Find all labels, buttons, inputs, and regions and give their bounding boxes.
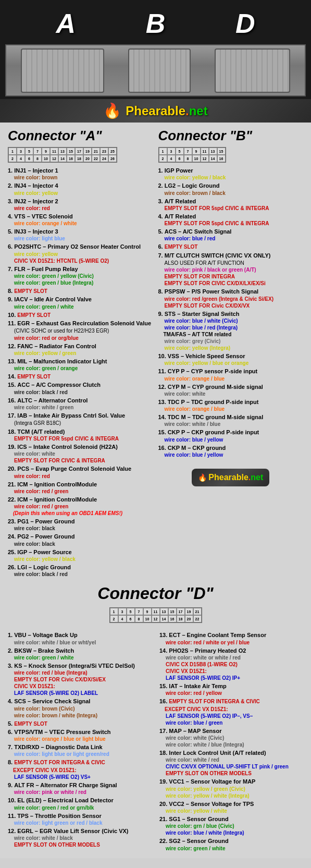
- pin-row-d-even: 2 4 6 8 10 12 14 16 18 20 22: [110, 615, 202, 622]
- list-item: 1. IGP Power wire color: yellow / black: [158, 167, 304, 181]
- connector-d-left: 1. VBU – Voltage Back Up wire color: whi…: [8, 631, 152, 852]
- list-item: 13. TDC P – TDC ground P-side input wire…: [158, 398, 304, 412]
- connector-d-section: Connector "D" 1 3 5 7 9 11 13 15 17 19 2…: [8, 584, 303, 852]
- connector-d-cols: 1. VBU – Voltage Back Up wire color: whi…: [8, 631, 303, 852]
- list-item: 1. VBU – Voltage Back Up wire color: whi…: [8, 631, 152, 645]
- list-item: 16. CKP M – CKP ground wire color: blue …: [158, 444, 304, 458]
- list-item: 13. MIL – Malfunction Indicator Light wi…: [8, 358, 153, 372]
- list-item: 13. ECT – Engine Coolant Temp Sensor wir…: [159, 631, 303, 645]
- logo-bar: 🔥 Phearable.net: [0, 99, 311, 123]
- connector-a-section: Connector "A" 1 3 5 7 9 11 13 15 17 19 2…: [8, 128, 153, 579]
- list-item: 12. CYP M – CYP ground M-side signal wir…: [158, 383, 304, 397]
- list-item: 4. A/T Related EMPTY SLOT FOR 5spd CIVIC…: [158, 213, 304, 227]
- list-item: 11. TPS – Throttle Position Sensor wire …: [8, 812, 152, 826]
- list-item: 1. INJ1 – Injector 1 wire color: brown: [8, 167, 153, 181]
- list-item: 21. SG1 – Sensor Ground wire color: grn …: [159, 815, 303, 836]
- list-item: 8. EMPTY SLOT: [8, 287, 153, 295]
- list-item: 15. IAT – Intake Air Temp wire color: re…: [159, 682, 303, 696]
- list-item: 14. TDC M – TDC ground M-side signal wir…: [158, 413, 304, 427]
- list-item: 3. A/T Related EMPTY SLOT FOR 5spd CIVIC…: [158, 198, 304, 212]
- connector-block-a: [21, 48, 104, 93]
- list-item: 11. CYP P – CYP sensor P-side input wire…: [158, 368, 304, 382]
- list-item: 17. IAB – Intake Air Bypass Cntrl Sol. V…: [8, 412, 153, 427]
- connector-b-section: Connector "B" 1 3 5 7 9 11 13 15 2 4 6 8: [158, 128, 304, 579]
- list-item: 10. EMPTY SLOT: [8, 311, 153, 319]
- list-item: 21. ICM – Ignition ControlModule wire co…: [8, 481, 153, 495]
- connector-d-right: 13. ECT – Engine Coolant Temp Sensor wir…: [159, 631, 303, 852]
- list-item: 9. IACV – Idle Air Control Valve wire co…: [8, 296, 153, 310]
- list-item: 11. EGR – Exhaust Gas Recirculation Sole…: [8, 320, 153, 341]
- list-item: 14. EMPTY SLOT: [8, 373, 153, 380]
- label-d: D: [235, 8, 255, 39]
- connector-b-title: Connector "B": [158, 128, 304, 144]
- list-item: 18. Inter Lock Control Unit (A/T related…: [159, 749, 303, 777]
- list-item: 5. INJ3 – Injector 3 wire color: light b…: [8, 228, 153, 242]
- list-item: 10. EL (ELD) – Electrical Load Detector …: [8, 797, 152, 811]
- connector-b-list: 1. IGP Power wire color: yellow / black …: [158, 167, 304, 458]
- list-item: 17. MAP – MAP Sensor wire color: white (…: [159, 727, 303, 748]
- connector-a-pins: 1 3 5 7 9 11 13 15 17 19 21 23 25 2 4: [8, 147, 117, 163]
- list-item: 12. FANC – Radiator Fan Control wire col…: [8, 343, 153, 357]
- list-item: 16. ALTC – Alternator Control wire color…: [8, 397, 153, 411]
- pin-row-a-odd: 1 3 5 7 9 11 13 15 17 19 21 23 25: [8, 148, 117, 155]
- list-item: 6. EMPTY SLOT: [158, 243, 304, 250]
- list-item: 15. CKP P – CKP ground P-side input wire…: [158, 429, 304, 443]
- list-item: 7. FLR – Fuel Pump Relay wire color: gre…: [8, 265, 153, 286]
- list-item: 3. KS – Knock Sensor (Integra/Si VTEC De…: [8, 662, 152, 696]
- connector-block-d: [215, 48, 290, 93]
- connector-b-pins: 1 3 5 7 9 11 13 15 2 4 6 8 10 12 14: [158, 147, 226, 163]
- list-item: 14. PHO2S – Primary Heated O2 wire color…: [159, 647, 303, 681]
- label-b: B: [146, 8, 166, 39]
- list-item: 8. PSPSW – P/S Power Switch Signal wire …: [158, 288, 304, 309]
- list-item: 9. ALT FR – Alternator FR Charge Signal …: [8, 781, 152, 796]
- list-item: 10. VSS – Vehicle Speed Sensor wire colo…: [158, 352, 304, 366]
- list-item: 24. PG2 – Power Ground wire color: black: [8, 533, 153, 547]
- connector-d-list-right: 13. ECT – Engine Coolant Temp Sensor wir…: [159, 631, 303, 851]
- list-item: 2. LG2 – Logic Ground wire color: brown …: [158, 182, 304, 196]
- list-item: 19. VCC1 – Sensor Voltage for MAP wire c…: [159, 778, 303, 799]
- list-item: 22. SG2 – Sensor Ground wire color: gree…: [159, 837, 303, 851]
- list-item: 22. ICM – Ignition ControlModule wire co…: [8, 496, 153, 517]
- connector-image: [5, 44, 306, 96]
- connectors-ab: Connector "A" 1 3 5 7 9 11 13 15 17 19 2…: [8, 128, 303, 579]
- logo-text: Phearable.net: [126, 104, 207, 118]
- list-item: 5. ACS – A/C Switch Signal wire color: b…: [158, 228, 304, 242]
- list-item: 4. SCS – Service Check Signal wire color…: [8, 698, 152, 718]
- pin-row-d-odd: 1 3 5 7 9 11 13 15 17 19 21: [110, 608, 202, 615]
- pin-row-a-even: 2 4 6 8 10 12 14 16 18 20 22 24 26: [8, 155, 117, 162]
- list-item: 2. INJ4 – Injector 4 wire color: yellow: [8, 182, 153, 196]
- list-item: 18. TCM (A/T related) EMPTY SLOT FOR 5sp…: [8, 428, 153, 442]
- list-item: 23. PG1 – Power Ground wire color: black: [8, 518, 153, 532]
- list-item: 9. STS – Starter Signal Switch wire colo…: [158, 310, 304, 351]
- list-item: 26. LGI – Logic Ground wire color: black…: [8, 564, 153, 578]
- connector-block-b: [128, 48, 191, 93]
- list-item: 20. PCS – Evap Purge Control Solenoid Va…: [8, 465, 153, 479]
- pin-row-b-odd: 1 3 5 7 9 11 13 15: [159, 148, 226, 155]
- list-item: 3. INJ2 – Injector 2 wire color: red: [8, 198, 153, 212]
- list-item: 2. BKSW – Brake Switch wire color: green…: [8, 647, 152, 661]
- list-item: 12. EGRL – EGR Value Lift Sensor (Civic …: [8, 827, 152, 848]
- connector-d-pins-wrapper: 1 3 5 7 9 11 13 15 17 19 21 2 4 6 8: [8, 607, 303, 627]
- list-item: 6. PO2SHTC – Primary O2 Sensor Heater Co…: [8, 243, 153, 264]
- connector-d-title: Connector "D": [8, 584, 303, 603]
- list-item: 16. EMPTY SLOT FOR INTEGRA & CIVIC EXCEP…: [159, 698, 303, 726]
- connector-a-list: 1. INJ1 – Injector 1 wire color: brown 2…: [8, 167, 153, 578]
- list-item: 5. EMPTY SLOT: [8, 720, 152, 727]
- list-item: 25. IGP – Power Source wire color: yello…: [8, 548, 153, 563]
- pin-row-b-even: 2 4 6 8 10 12 14 16: [159, 155, 226, 162]
- list-item: 19. ICS – Intake Control Solenoid (H22A)…: [8, 443, 153, 464]
- list-item: 15. ACC – A/C Compressor Clutch wire col…: [8, 381, 153, 395]
- phearable-logo-b: 🔥 Phearable.net: [158, 469, 304, 486]
- list-item: 7. M/T CLUTCH SWITCH (CIVIC VX ONLY) ALS…: [158, 252, 304, 287]
- connector-d-pins: 1 3 5 7 9 11 13 15 17 19 21 2 4 6 8: [109, 607, 202, 623]
- connector-a-title: Connector "A": [8, 128, 153, 144]
- label-a: A: [56, 8, 76, 39]
- main-content: Connector "A" 1 3 5 7 9 11 13 15 17 19 2…: [0, 123, 311, 858]
- list-item: 8. EMPTY SLOT FOR INTEGRA & CIVIC EXCEPT…: [8, 759, 152, 780]
- list-item: 20. VCC2 – Sensor Voltage for TPS wire c…: [159, 800, 303, 814]
- list-item: 6. VTPS/VTM – VTEC Pressure Switch wire …: [8, 728, 152, 742]
- connector-d-list-left: 1. VBU – Voltage Back Up wire color: whi…: [8, 631, 152, 848]
- connector-labels: A B D: [0, 5, 311, 42]
- list-item: 7. TXD/RXD – Diagnostic Data Link wire c…: [8, 743, 152, 757]
- header: A B D 🔥 Phearable.net: [0, 0, 311, 123]
